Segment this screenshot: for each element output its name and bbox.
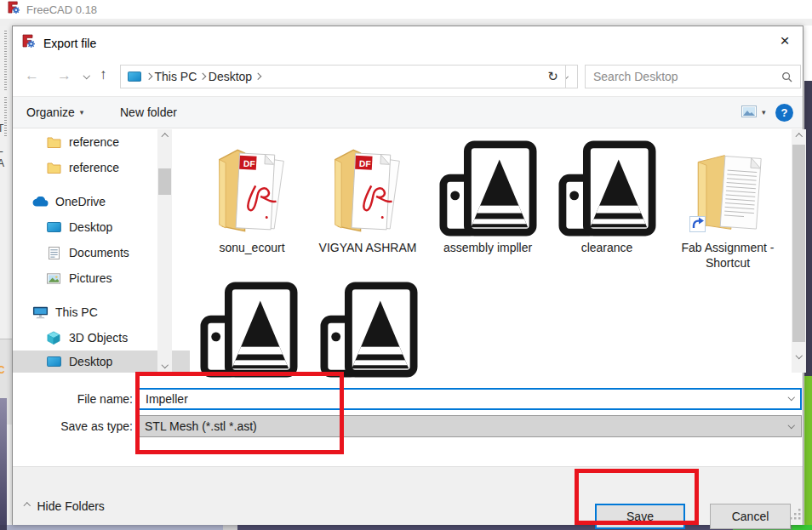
organize-button[interactable]: Organize ▾ bbox=[20, 97, 90, 128]
dialog-toolbar: Organize ▾ New folder ▾ ? bbox=[13, 96, 803, 128]
stl-mesh-icon bbox=[557, 140, 657, 237]
sidebar-item-label: reference bbox=[69, 161, 119, 174]
pdf-folder-icon bbox=[215, 140, 289, 237]
documents-icon bbox=[45, 247, 62, 259]
files-scrollbar[interactable] bbox=[792, 129, 806, 373]
desktop-monitor-icon bbox=[45, 222, 62, 232]
chevron-down-icon: ▾ bbox=[762, 108, 766, 117]
new-folder-label: New folder bbox=[120, 105, 177, 119]
sidebar-item-label: This PC bbox=[55, 305, 98, 319]
background-left-toolbar-strip: T L A C bbox=[0, 26, 12, 530]
file-item-stl-2[interactable] bbox=[309, 282, 428, 379]
thumbnail-view-icon bbox=[741, 105, 757, 120]
sidebar-item-label: reference bbox=[69, 135, 119, 149]
stl-mesh-icon bbox=[318, 282, 419, 379]
file-item-assembly-impller[interactable]: assembly impller bbox=[428, 140, 547, 255]
save-as-type-dropdown[interactable]: STL Mesh (*.stl *.ast) bbox=[137, 415, 802, 437]
hide-folders-button[interactable]: Hide Folders bbox=[25, 499, 105, 513]
search-icon bbox=[781, 71, 792, 83]
scrollbar-thumb[interactable] bbox=[158, 168, 171, 195]
refresh-button[interactable]: ↻ bbox=[540, 65, 566, 88]
file-item-fab-assignment-shortcut[interactable]: Fab Assignment - Shortcut bbox=[668, 140, 787, 271]
file-label: Fab Assignment - Shortcut bbox=[672, 240, 784, 271]
dialog-title: Export file bbox=[43, 37, 96, 50]
freecad-window-titlebar: FreeCAD 0.18 bbox=[0, 0, 812, 19]
breadcrumb: This PC Desktop bbox=[120, 65, 578, 88]
hide-folders-label: Hide Folders bbox=[37, 499, 105, 513]
folder-icon bbox=[45, 136, 62, 148]
chevron-up-icon bbox=[24, 503, 31, 510]
close-icon[interactable]: × bbox=[767, 26, 803, 55]
chevron-down-icon: ▾ bbox=[80, 108, 84, 117]
recent-locations-chevron[interactable] bbox=[83, 72, 90, 79]
new-folder-button[interactable]: New folder bbox=[113, 97, 184, 128]
file-item-clearance[interactable]: clearance bbox=[547, 140, 666, 255]
dialog-titlebar: Export file bbox=[21, 34, 96, 52]
sidebar-item-label: 3D Objects bbox=[69, 331, 128, 345]
file-label: clearance bbox=[551, 240, 663, 255]
sidebar-item-label: Documents bbox=[69, 246, 129, 259]
this-pc-icon bbox=[31, 306, 49, 319]
file-name-input[interactable] bbox=[137, 388, 802, 410]
file-name-label: File name: bbox=[13, 388, 133, 410]
forward-button[interactable]: → bbox=[57, 68, 71, 83]
scroll-up-icon[interactable] bbox=[157, 130, 172, 144]
back-button[interactable]: ← bbox=[25, 68, 39, 83]
onedrive-cloud-icon bbox=[31, 197, 49, 207]
sidebar-item-label: OneDrive bbox=[55, 195, 106, 208]
search-input[interactable] bbox=[586, 70, 781, 83]
pictures-icon bbox=[45, 273, 62, 284]
view-mode-button[interactable]: ▾ bbox=[735, 97, 773, 128]
stl-mesh-icon bbox=[198, 282, 299, 379]
breadcrumb-separator-icon bbox=[254, 73, 261, 80]
save-as-type-value: STL Mesh (*.stl *.ast) bbox=[145, 419, 257, 433]
background-model-strip bbox=[804, 376, 812, 530]
shortcut-arrow-icon bbox=[689, 216, 706, 236]
sidebar-item-this-pc[interactable]: This PC bbox=[13, 299, 176, 325]
organize-label: Organize bbox=[26, 105, 75, 119]
file-item-vigyan-ashram[interactable]: VIGYAN ASHRAM bbox=[308, 140, 427, 255]
folder-icon bbox=[45, 162, 62, 174]
titlebar-divider bbox=[0, 19, 812, 26]
pdf-folder-icon bbox=[331, 140, 404, 237]
scroll-down-icon[interactable] bbox=[157, 358, 172, 372]
export-file-dialog: Export file × ← → ↑ This PC Desktop ↻ bbox=[12, 26, 803, 525]
sidebar-item-label: Pictures bbox=[69, 271, 112, 285]
scroll-down-icon[interactable] bbox=[792, 349, 806, 362]
app-title: FreeCAD 0.18 bbox=[26, 3, 97, 16]
screen: FreeCAD 0.18 T L A C bbox=[0, 0, 812, 530]
file-item-sonu-ecourt[interactable]: sonu_ecourt bbox=[192, 140, 312, 255]
sidebar-scrollbar[interactable] bbox=[157, 129, 172, 373]
up-button[interactable]: ↑ bbox=[100, 67, 107, 82]
help-button[interactable]: ? bbox=[775, 104, 793, 122]
resize-grip[interactable] bbox=[789, 508, 802, 524]
3d-cube-icon bbox=[45, 331, 62, 345]
sidebar-item-onedrive[interactable]: OneDrive bbox=[13, 189, 176, 214]
breadcrumb-this-pc[interactable]: This PC bbox=[152, 70, 201, 83]
cancel-button[interactable]: Cancel bbox=[710, 504, 791, 529]
file-label: sonu_ecourt bbox=[196, 240, 308, 255]
desktop-monitor-icon[interactable] bbox=[128, 71, 141, 82]
save-as-type-label: Save as type: bbox=[13, 415, 133, 437]
scrollbar-thumb[interactable] bbox=[792, 145, 805, 342]
desktop-monitor-icon bbox=[45, 356, 62, 367]
stl-mesh-icon bbox=[437, 140, 538, 237]
file-label: VIGYAN ASHRAM bbox=[312, 240, 424, 255]
search-box bbox=[585, 65, 801, 88]
freecad-logo-icon bbox=[21, 34, 36, 52]
background-bottom-strip bbox=[0, 525, 812, 530]
breadcrumb-desktop[interactable]: Desktop bbox=[205, 70, 255, 83]
sidebar-item-label: Desktop bbox=[69, 220, 112, 234]
file-item-stl-1[interactable] bbox=[189, 282, 308, 379]
dialog-footer: Hide Folders Save Cancel bbox=[13, 466, 803, 525]
folder-shortcut-icon bbox=[688, 140, 768, 237]
sidebar-item-label: Desktop bbox=[69, 355, 112, 368]
freecad-logo-icon bbox=[7, 1, 20, 18]
scroll-up-icon[interactable] bbox=[792, 130, 806, 144]
file-label: assembly impller bbox=[432, 240, 544, 255]
save-button[interactable]: Save bbox=[595, 504, 685, 529]
